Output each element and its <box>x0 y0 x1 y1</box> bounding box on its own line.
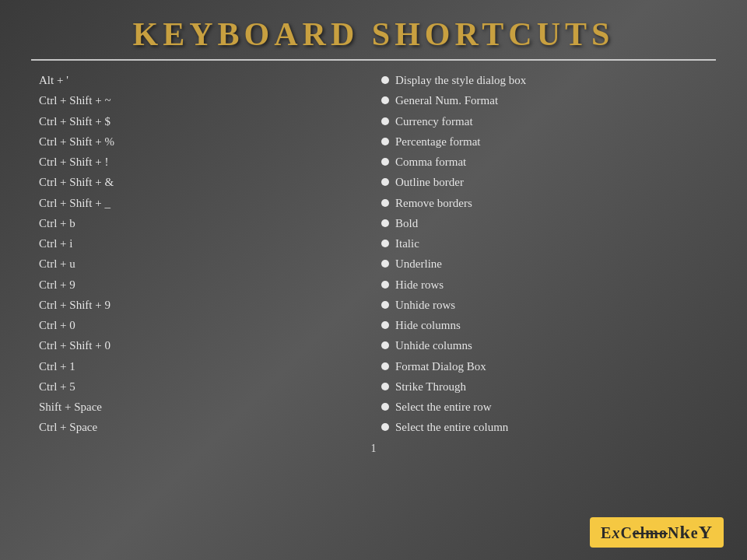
shortcut-desc-text-14: Format Dialog Box <box>395 356 486 376</box>
bullet-icon-1 <box>381 96 389 104</box>
shortcut-desc-text-12: Hide columns <box>395 315 461 335</box>
shortcut-desc-14: Format Dialog Box <box>381 356 716 376</box>
shortcut-desc-text-10: Hide rows <box>395 275 444 295</box>
shortcut-desc-text-16: Select the entire row <box>395 397 492 417</box>
bullet-icon-10 <box>381 281 389 289</box>
bullet-icon-11 <box>381 301 389 309</box>
page-number: 1 <box>31 443 716 455</box>
bullet-icon-17 <box>381 423 389 431</box>
shortcut-desc-text-0: Display the style dialog box <box>395 70 526 90</box>
shortcut-desc-2: Currency format <box>381 111 716 131</box>
shortcut-desc-13: Unhide columns <box>381 335 716 355</box>
shortcut-desc-16: Select the entire row <box>381 397 716 417</box>
shortcuts-grid: Alt + 'Display the style dialog boxCtrl … <box>31 70 716 438</box>
shortcut-desc-15: Strike Through <box>381 376 716 397</box>
shortcut-desc-17: Select the entire column <box>381 417 716 437</box>
shortcut-key-5: Ctrl + Shift + & <box>31 172 366 192</box>
shortcut-key-15: Ctrl + 5 <box>31 376 366 397</box>
shortcut-key-13: Ctrl + Shift + 0 <box>31 335 366 355</box>
bullet-icon-8 <box>381 240 389 247</box>
bullet-icon-0 <box>381 76 389 84</box>
shortcut-desc-text-7: Bold <box>395 213 418 233</box>
shortcut-key-6: Ctrl + Shift + _ <box>31 193 366 213</box>
bullet-icon-5 <box>381 178 389 186</box>
shortcut-key-9: Ctrl + u <box>31 254 366 274</box>
shortcut-desc-5: Outline border <box>381 172 716 192</box>
divider <box>31 59 716 61</box>
shortcut-key-2: Ctrl + Shift + $ <box>31 111 366 131</box>
shortcut-desc-9: Underline <box>381 254 716 274</box>
shortcut-key-17: Ctrl + Space <box>31 417 366 437</box>
shortcut-desc-3: Percentage format <box>381 131 716 152</box>
shortcut-desc-text-15: Strike Through <box>395 376 466 397</box>
bullet-icon-12 <box>381 321 389 329</box>
shortcut-desc-8: Italic <box>381 233 716 254</box>
shortcut-desc-text-3: Percentage format <box>395 131 481 152</box>
shortcut-desc-text-2: Currency format <box>395 111 473 131</box>
bullet-icon-7 <box>381 219 389 227</box>
bullet-icon-4 <box>381 158 389 166</box>
shortcut-desc-text-5: Outline border <box>395 172 464 192</box>
logo-box: ExCelmoNkeY <box>590 517 724 548</box>
shortcut-desc-text-4: Comma format <box>395 152 466 172</box>
shortcut-key-1: Ctrl + Shift + ~ <box>31 90 366 110</box>
shortcut-key-10: Ctrl + 9 <box>31 275 366 295</box>
bullet-icon-3 <box>381 138 389 145</box>
shortcut-desc-text-11: Unhide rows <box>395 295 455 315</box>
shortcut-desc-text-6: Remove borders <box>395 193 472 213</box>
shortcut-key-3: Ctrl + Shift + % <box>31 131 366 152</box>
bullet-icon-16 <box>381 403 389 411</box>
shortcut-key-11: Ctrl + Shift + 9 <box>31 295 366 315</box>
shortcut-desc-text-1: General Num. Format <box>395 90 498 110</box>
page-container: KEYBOARD SHORTCUTS Alt + 'Display the st… <box>0 0 747 560</box>
shortcut-key-12: Ctrl + 0 <box>31 315 366 335</box>
shortcut-desc-text-17: Select the entire column <box>395 417 508 437</box>
bullet-icon-15 <box>381 383 389 390</box>
shortcut-key-4: Ctrl + Shift + ! <box>31 152 366 172</box>
shortcut-desc-text-8: Italic <box>395 233 419 254</box>
shortcut-desc-1: General Num. Format <box>381 90 716 110</box>
shortcut-desc-text-13: Unhide columns <box>395 335 472 355</box>
bullet-icon-6 <box>381 199 389 207</box>
shortcut-desc-12: Hide columns <box>381 315 716 335</box>
shortcut-desc-7: Bold <box>381 213 716 233</box>
shortcut-desc-6: Remove borders <box>381 193 716 213</box>
shortcut-key-16: Shift + Space <box>31 397 366 417</box>
shortcut-key-14: Ctrl + 1 <box>31 356 366 376</box>
shortcut-desc-0: Display the style dialog box <box>381 70 716 90</box>
bullet-icon-13 <box>381 341 389 349</box>
bullet-icon-2 <box>381 117 389 125</box>
logo-text: ExCelmoNkeY <box>601 522 713 543</box>
shortcut-desc-text-9: Underline <box>395 254 442 274</box>
shortcut-desc-4: Comma format <box>381 152 716 172</box>
page-title: KEYBOARD SHORTCUTS <box>31 16 716 53</box>
shortcut-key-0: Alt + ' <box>31 70 366 90</box>
bullet-icon-9 <box>381 260 389 268</box>
shortcut-desc-10: Hide rows <box>381 275 716 295</box>
shortcut-key-7: Ctrl + b <box>31 213 366 233</box>
shortcut-desc-11: Unhide rows <box>381 295 716 315</box>
bullet-icon-14 <box>381 362 389 370</box>
shortcut-key-8: Ctrl + i <box>31 233 366 254</box>
